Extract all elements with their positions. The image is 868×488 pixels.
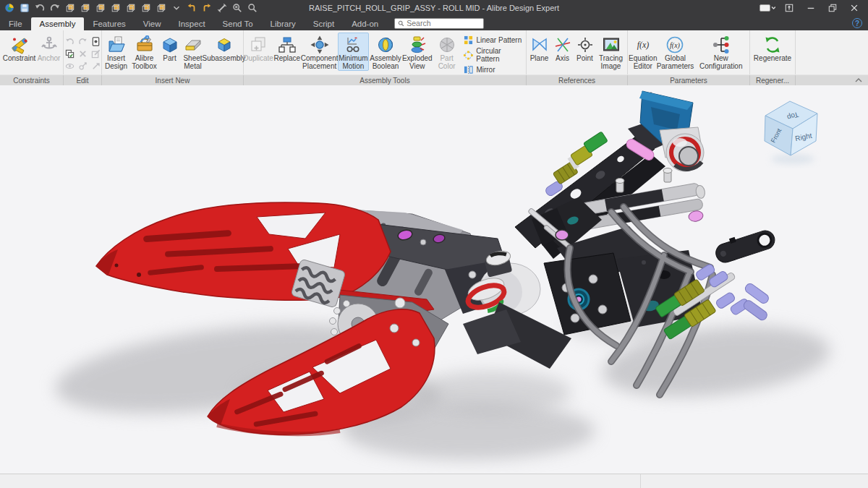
group-label-insert-new: Insert New bbox=[102, 75, 244, 85]
ribbon-button-component-placement[interactable]: Component Placement bbox=[302, 33, 338, 71]
undo-icon[interactable] bbox=[34, 3, 45, 14]
pink-pivot bbox=[556, 230, 569, 240]
edit-copy-icon[interactable] bbox=[64, 48, 75, 59]
linear-pattern-icon bbox=[464, 35, 473, 45]
exploded-view-label: Exploded View bbox=[402, 54, 433, 70]
redo-icon[interactable] bbox=[49, 3, 60, 14]
search-box[interactable] bbox=[394, 18, 484, 29]
view-orientation-icon[interactable] bbox=[110, 3, 121, 14]
constraint-icon bbox=[10, 35, 29, 54]
ribbon-button-replace[interactable]: Replace bbox=[273, 33, 302, 63]
part-label: Part bbox=[163, 54, 176, 62]
anchor-icon bbox=[40, 35, 59, 54]
edit-visibility-icon[interactable] bbox=[64, 61, 75, 72]
ribbon-button-part[interactable]: Part bbox=[159, 33, 181, 63]
save-icon[interactable] bbox=[19, 3, 30, 14]
edit-delete-icon[interactable] bbox=[77, 48, 88, 59]
ribbon-group-edit bbox=[64, 30, 102, 74]
ribbon-button-axis[interactable]: Axis bbox=[551, 33, 574, 63]
ribbon-button-duplicate[interactable]: Duplicate bbox=[244, 33, 273, 63]
tab-add-on[interactable]: Add-on bbox=[343, 17, 387, 30]
alibre-toolbox-label: Alibre Toolbox bbox=[131, 54, 158, 70]
collapse-ribbon-chevron[interactable] bbox=[796, 75, 868, 85]
restore-button[interactable] bbox=[822, 0, 843, 16]
ribbon-button-minimum-motion[interactable]: Minimum Motion bbox=[338, 33, 370, 71]
ribbon-button-new-configuration[interactable]: New Configuration bbox=[692, 33, 749, 71]
zoom-window-icon[interactable] bbox=[231, 3, 242, 14]
edit-activate-part-icon[interactable] bbox=[90, 36, 101, 47]
white-roller[interactable] bbox=[666, 134, 704, 171]
ribbon-button-linear-pattern[interactable]: Linear Pattern bbox=[464, 35, 526, 45]
linear-pattern-label: Linear Pattern bbox=[476, 36, 522, 44]
point-label: Point bbox=[576, 54, 593, 62]
svg-text:f(x): f(x) bbox=[671, 41, 681, 50]
edit-promote-icon[interactable] bbox=[90, 61, 101, 72]
tab-send-to[interactable]: Send To bbox=[214, 17, 262, 30]
search-icon bbox=[398, 20, 404, 27]
mirror-icon bbox=[464, 65, 473, 74]
ribbon-button-constraint[interactable]: Constraint bbox=[2, 33, 37, 63]
edit-edit-icon[interactable] bbox=[90, 48, 101, 59]
tab-script[interactable]: Script bbox=[305, 17, 343, 30]
ribbon-button-tracing-image[interactable]: Tracing Image bbox=[596, 33, 626, 71]
ribbon-tab-bar: File Assembly Features View Inspect Send… bbox=[0, 16, 868, 30]
pattern-tool-stack: Linear Pattern Circular Pattern Mirror bbox=[461, 33, 526, 74]
status-panel-right bbox=[641, 474, 868, 488]
measure-icon[interactable] bbox=[216, 3, 227, 14]
ribbon-button-insert-design[interactable]: Insert Design bbox=[103, 33, 130, 71]
plane-icon bbox=[530, 35, 549, 54]
tab-library[interactable]: Library bbox=[262, 17, 305, 30]
group-label-assembly-tools: Assembly Tools bbox=[244, 75, 527, 85]
assembly-boolean-icon bbox=[376, 35, 395, 54]
help-button[interactable]: ? bbox=[852, 18, 862, 28]
ribbon-button-circular-pattern[interactable]: Circular Pattern bbox=[464, 47, 526, 63]
tab-features[interactable]: Features bbox=[84, 17, 134, 30]
edit-tool-grid bbox=[64, 33, 101, 72]
ribbon-button-sheet-metal[interactable]: Sheet Metal bbox=[181, 33, 205, 71]
tab-file[interactable]: File bbox=[0, 17, 31, 30]
minimum-motion-label: Minimum Motion bbox=[339, 54, 369, 70]
ribbon-button-point[interactable]: Point bbox=[574, 33, 596, 63]
rotate-view-left-icon[interactable] bbox=[186, 3, 197, 14]
ribbon-button-part-color[interactable]: Part Color bbox=[433, 33, 461, 71]
edit-constraint-edit-icon[interactable] bbox=[77, 61, 88, 72]
view-orientation-icon[interactable] bbox=[64, 3, 75, 14]
ribbon-button-anchor[interactable]: Anchor bbox=[37, 33, 61, 63]
edit-redo-icon[interactable] bbox=[77, 36, 88, 47]
search-input[interactable] bbox=[407, 19, 480, 27]
axis-icon bbox=[553, 35, 572, 54]
close-button[interactable] bbox=[843, 0, 865, 16]
view-orientation-icon[interactable] bbox=[80, 3, 90, 14]
rotate-view-right-icon[interactable] bbox=[201, 3, 212, 14]
exploded-view-icon bbox=[408, 35, 427, 54]
ribbon-button-mirror[interactable]: Mirror bbox=[464, 65, 526, 74]
tab-assembly[interactable]: Assembly bbox=[31, 17, 85, 30]
view-orientation-icon[interactable] bbox=[125, 3, 136, 14]
ribbon-button-plane[interactable]: Plane bbox=[528, 33, 551, 63]
ribbon-button-exploded-view[interactable]: Exploded View bbox=[402, 33, 433, 71]
view-orientation-icon[interactable] bbox=[140, 3, 151, 14]
ribbon-button-equation-editor[interactable]: f(x) Equation Editor bbox=[628, 33, 658, 71]
float-window-button[interactable] bbox=[778, 0, 800, 16]
views-dropdown-chevron-icon[interactable] bbox=[171, 3, 182, 14]
ribbon-button-alibre-toolbox[interactable]: Alibre Toolbox bbox=[130, 33, 159, 71]
ribbon-button-assembly-boolean[interactable]: Assembly Boolean bbox=[369, 33, 402, 71]
model-viewport[interactable]: Top Front Right bbox=[0, 85, 868, 474]
svg-text:f(x): f(x) bbox=[637, 40, 649, 50]
edit-undo-icon[interactable] bbox=[64, 36, 75, 47]
ribbon-button-regenerate[interactable]: Regenerate bbox=[751, 33, 794, 63]
view-orientation-icon[interactable] bbox=[95, 3, 106, 14]
right-finger-arm[interactable] bbox=[712, 226, 777, 265]
assembly-scene[interactable]: Top Front Right bbox=[0, 85, 868, 474]
zoom-to-fit-icon[interactable] bbox=[247, 3, 258, 14]
workspace-selector[interactable] bbox=[757, 0, 778, 16]
view-cube[interactable]: Top Front Right bbox=[765, 101, 817, 164]
plane-label: Plane bbox=[530, 54, 549, 62]
tab-view[interactable]: View bbox=[135, 17, 170, 30]
ribbon-button-global-parameters[interactable]: f(x) Global Parameters bbox=[658, 33, 692, 71]
ribbon-button-subassembly[interactable]: Subassembly bbox=[205, 33, 243, 63]
view-orientation-icon[interactable] bbox=[156, 3, 166, 14]
app-logo-icon[interactable] bbox=[4, 3, 14, 14]
tab-inspect[interactable]: Inspect bbox=[170, 17, 214, 30]
minimize-button[interactable] bbox=[800, 0, 822, 16]
